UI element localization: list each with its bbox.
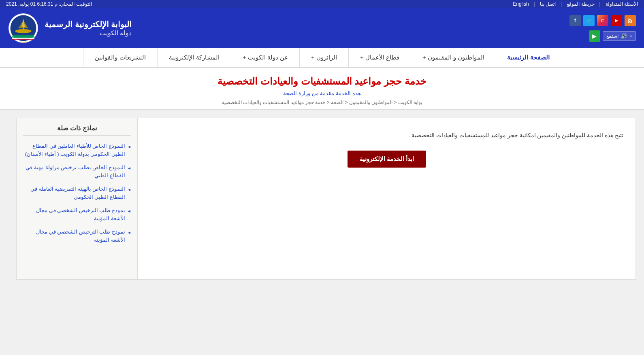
datetime-value: م 6:16:31 01 يوليه, 2021 (6, 1, 58, 7)
social-icons: ▶ ◻ 🐦 f (569, 15, 636, 26)
twitter-icon[interactable]: 🐦 (583, 15, 595, 26)
bullet-icon-4: ◄ (127, 208, 131, 214)
play-button[interactable]: ▶ (589, 30, 600, 42)
sidebar-item-4[interactable]: ◄ نموذج طلب الترخيص الشخصي في مجال الأشع… (23, 206, 131, 222)
breadcrumb: بوابة الكويت < المواطنون والمقيمون < الص… (16, 100, 628, 105)
bullet-icon-5: ◄ (127, 230, 131, 236)
bullet-icon-2: ◄ (127, 165, 131, 171)
nav-eparticipation[interactable]: المشاركة الإلكترونية (157, 48, 231, 67)
nav-citizens[interactable]: المواطنون و المقيمون + (411, 48, 496, 67)
nav-legislation[interactable]: التشريعات والقوانين (83, 48, 157, 67)
page-title-area: خدمة حجز مواعيد المستشفيات والعيادات الت… (0, 68, 644, 110)
youtube-icon[interactable]: ▶ (611, 15, 622, 26)
listen-button[interactable]: ≡ 🔊 استمع (603, 31, 636, 41)
header-branding: البوابة الإلكترونية الرسمية دولة الكويت … (8, 13, 132, 43)
sidebar-link-4: نموذج طلب الترخيص الشخصي في مجال الأشعة … (23, 206, 125, 222)
portal-title: البوابة الإلكترونية الرسمية (45, 19, 132, 29)
english-link[interactable]: English (513, 1, 529, 7)
kuwait-emblem: الكويت (8, 13, 38, 43)
speaker-icon: 🔊 (621, 33, 627, 39)
facebook-icon[interactable]: f (569, 15, 581, 26)
page-content: خدمة حجز مواعيد المستشفيات والعيادات الت… (0, 68, 644, 288)
text-icon: ≡ (629, 33, 632, 39)
datetime-display: التوقيت المحلي: م 6:16:31 01 يوليه, 2021 (6, 1, 92, 7)
svg-rect-7 (12, 35, 34, 38)
header: ▶ ◻ 🐦 f ≡ 🔊 استمع ▶ البوابة الإلكترونية … (0, 8, 644, 48)
logo-text: البوابة الإلكترونية الرسمية دولة الكويت (45, 19, 132, 37)
datetime-label: التوقيت المحلي: (59, 1, 92, 7)
instagram-icon[interactable]: ◻ (597, 15, 608, 26)
nav-visitors[interactable]: الزائرون + (299, 48, 348, 67)
service-description: تتيح هذه الخدمة للمواطنين والمقيمين امكا… (150, 130, 623, 140)
sitemap-link[interactable]: خريطة الموقع (567, 1, 594, 7)
svg-point-0 (628, 21, 629, 23)
svg-rect-9 (12, 39, 34, 40)
bullet-icon-3: ◄ (127, 187, 131, 193)
main-content-area: تتيح هذه الخدمة للمواطنين والمقيمين امكا… (138, 118, 636, 280)
faq-link[interactable]: الأسئلة المتداولة (606, 1, 638, 7)
top-bar-links: الأسئلة المتداولة | خريطة الموقع | اتصل … (513, 1, 638, 7)
sidebar-item-5[interactable]: ◄ نموذج طلب الترخيص الشخصي في مجال الأشع… (23, 228, 131, 244)
related-forms-sidebar: نماذج ذات صلة ◄ النموذج الخاص للأطباء ال… (16, 118, 138, 280)
sidebar-item-3[interactable]: ◄ النموذج الخاص بالهيئة التمريضية العامل… (23, 185, 131, 201)
bullet-icon-1: ◄ (127, 144, 131, 150)
sidebar-item-2[interactable]: ◄ النموذج الخاص بطلب ترخيص مزاولة مهنة ف… (23, 164, 131, 179)
sidebar-link-5: نموذج طلب الترخيص الشخصي في مجال الأشعة … (23, 228, 125, 244)
svg-rect-8 (12, 38, 34, 39)
header-controls: ▶ ◻ 🐦 f ≡ 🔊 استمع ▶ (569, 15, 636, 42)
service-provider-label: هذه الخدمة مقدمة من وزارة الصحة (16, 90, 628, 96)
top-bar: الأسئلة المتداولة | خريطة الموقع | اتصل … (0, 0, 644, 8)
svg-rect-6 (23, 27, 24, 32)
sidebar-link-1: النموذج الخاص للأطباء العاملين في القطاع… (23, 142, 125, 158)
country-title: دولة الكويت (45, 29, 132, 37)
main-layout: تتيح هذه الخدمة للمواطنين والمقيمين امكا… (0, 110, 644, 288)
svg-text:الكويت: الكويت (20, 40, 26, 43)
start-service-button[interactable]: ابدأ الخدمة الإلكترونية (348, 151, 426, 168)
page-main-title: خدمة حجز مواعيد المستشفيات والعيادات الت… (16, 76, 628, 87)
contact-link[interactable]: اتصل بنا (540, 1, 556, 7)
nav-home[interactable]: الصفحة الرئيسية (496, 48, 561, 67)
sidebar-item-1[interactable]: ◄ النموذج الخاص للأطباء العاملين في القط… (23, 142, 131, 158)
listen-label: استمع (606, 33, 618, 39)
listen-bar: ≡ 🔊 استمع ▶ (569, 30, 636, 42)
sidebar-link-2: النموذج الخاص بطلب ترخيص مزاولة مهنة في … (23, 164, 125, 179)
nav-about[interactable]: عن دولة الكويت + (231, 48, 299, 67)
main-nav: الصفحة الرئيسية المواطنون و المقيمون + ق… (0, 48, 644, 68)
sidebar-title: نماذج ذات صلة (23, 124, 131, 136)
sidebar-link-3: النموذج الخاص بالهيئة التمريضية العاملة … (23, 185, 125, 201)
nav-business[interactable]: قطاع الأعمال + (348, 48, 411, 67)
rss-icon[interactable] (625, 15, 636, 26)
